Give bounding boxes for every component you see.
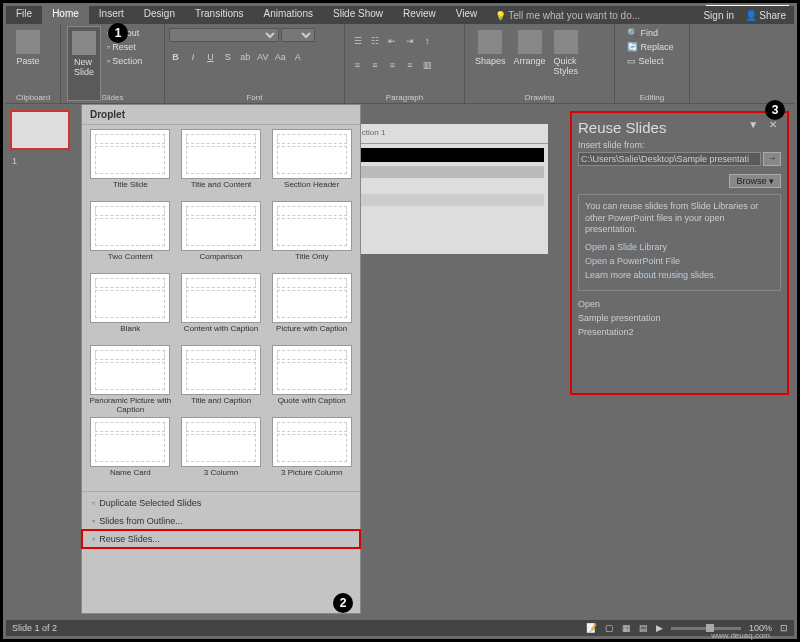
layout-thumb: [272, 201, 352, 251]
tab-review[interactable]: Review: [393, 6, 446, 24]
find-button[interactable]: 🔍 Find: [621, 26, 683, 40]
layout-name-card[interactable]: Name Card: [86, 417, 175, 487]
view-normal-button[interactable]: ▢: [605, 623, 614, 633]
tell-me-search[interactable]: Tell me what you want to do...: [495, 10, 640, 21]
slide-thumbnail-rail: 1: [6, 104, 78, 617]
browse-button[interactable]: Browse ▾: [729, 174, 781, 188]
layout-title-slide[interactable]: Title Slide: [86, 129, 175, 199]
layout-thumb: [272, 417, 352, 467]
layout-label: Blank: [86, 325, 175, 343]
align-left-button[interactable]: ≡: [351, 60, 364, 70]
view-sorter-button[interactable]: ▦: [622, 623, 631, 633]
spacing-button[interactable]: AV: [256, 52, 269, 62]
slide-thumbnail-1[interactable]: [10, 110, 74, 150]
indent-dec-button[interactable]: ⇤: [386, 36, 399, 46]
new-slide-button[interactable]: New Slide: [67, 26, 101, 101]
reuse-pane-title: Reuse Slides: [578, 119, 781, 136]
tab-home[interactable]: Home: [42, 6, 89, 24]
case-button[interactable]: Aa: [274, 52, 287, 62]
open-slide-library-link[interactable]: Open a Slide Library: [585, 242, 774, 252]
share-button[interactable]: Share: [745, 10, 786, 21]
reuse-slides-item[interactable]: Reuse Slides...: [82, 530, 360, 548]
layout-panoramic-picture-with-caption[interactable]: Panoramic Picture with Caption: [86, 345, 175, 415]
view-slideshow-button[interactable]: ▶: [656, 623, 663, 633]
paste-button[interactable]: Paste: [12, 26, 44, 70]
layout-title-and-caption[interactable]: Title and Caption: [177, 345, 266, 415]
ribbon-tabs: File Home Insert Design Transitions Anim…: [6, 6, 487, 24]
align-right-button[interactable]: ≡: [386, 60, 399, 70]
layout-3-picture-column[interactable]: 3 Picture Column: [267, 417, 356, 487]
reuse-item-open[interactable]: Open: [578, 297, 781, 311]
layout-label: Picture with Caption: [267, 325, 356, 343]
font-format-buttons: B I U S ab AV Aa A: [169, 46, 340, 64]
reuse-close-button[interactable]: [748, 119, 781, 130]
slide-canvas[interactable]: Section 1: [348, 124, 548, 254]
quickstyles-button[interactable]: Quick Styles: [550, 26, 583, 101]
slide-counter: Slide 1 of 2: [12, 623, 57, 633]
layout-3-column[interactable]: 3 Column: [177, 417, 266, 487]
slides-from-outline-item[interactable]: Slides from Outline...: [82, 512, 360, 530]
italic-button[interactable]: I: [186, 52, 199, 62]
layout-comparison[interactable]: Comparison: [177, 201, 266, 271]
callout-1: 1: [108, 23, 128, 43]
reuse-item-sample[interactable]: Sample presentation: [578, 311, 781, 325]
columns-button[interactable]: ▥: [421, 60, 434, 70]
layout-title-only[interactable]: Title Only: [267, 201, 356, 271]
font-size-select[interactable]: [281, 28, 315, 42]
indent-inc-button[interactable]: ⇥: [403, 36, 416, 46]
replace-button[interactable]: 🔄 Replace: [621, 40, 683, 54]
fontcolor-button[interactable]: A: [291, 52, 304, 62]
layout-title-and-content[interactable]: Title and Content: [177, 129, 266, 199]
signin-link[interactable]: Sign in: [703, 10, 734, 21]
layout-picture-with-caption[interactable]: Picture with Caption: [267, 273, 356, 343]
reuse-file-list: Open Sample presentation Presentation2: [578, 297, 781, 339]
numbering-button[interactable]: ☷: [368, 36, 381, 46]
fit-button[interactable]: ⊡: [780, 623, 788, 633]
layout-thumb: [181, 345, 261, 395]
linespace-button[interactable]: ↕: [421, 36, 434, 46]
duplicate-slides-item[interactable]: Duplicate Selected Slides: [82, 494, 360, 512]
tab-slideshow[interactable]: Slide Show: [323, 6, 393, 24]
layout-content-with-caption[interactable]: Content with Caption: [177, 273, 266, 343]
tab-transitions[interactable]: Transitions: [185, 6, 254, 24]
reuse-info-box: You can reuse slides from Slide Librarie…: [578, 194, 781, 291]
tab-design[interactable]: Design: [134, 6, 185, 24]
tab-view[interactable]: View: [446, 6, 488, 24]
reset-button[interactable]: Reset: [103, 40, 146, 54]
shadow-button[interactable]: ab: [239, 52, 252, 62]
arrange-button[interactable]: Arrange: [510, 26, 550, 101]
drawing-label: Drawing: [465, 93, 614, 102]
layout-quote-with-caption[interactable]: Quote with Caption: [267, 345, 356, 415]
justify-button[interactable]: ≡: [403, 60, 416, 70]
shapes-button[interactable]: Shapes: [471, 26, 510, 101]
tab-animations[interactable]: Animations: [254, 6, 323, 24]
layout-two-content[interactable]: Two Content: [86, 201, 175, 271]
strike-button[interactable]: S: [221, 52, 234, 62]
layout-blank[interactable]: Blank: [86, 273, 175, 343]
reuse-path-input[interactable]: [578, 152, 761, 166]
tab-file[interactable]: File: [6, 6, 42, 24]
reuse-go-button[interactable]: →: [763, 152, 781, 166]
tab-insert[interactable]: Insert: [89, 6, 134, 24]
font-family-select[interactable]: [169, 28, 279, 42]
watermark: www.deuaq.com: [711, 631, 770, 640]
section-button[interactable]: Section: [103, 54, 146, 68]
layout-label: Title and Caption: [177, 397, 266, 415]
reuse-slides-pane: Reuse Slides Insert slide from: → Browse…: [572, 113, 787, 393]
open-ppt-file-link[interactable]: Open a PowerPoint File: [585, 256, 774, 266]
view-reading-button[interactable]: ▤: [639, 623, 648, 633]
group-drawing: Shapes Arrange Quick Styles Drawing: [465, 24, 615, 103]
select-button[interactable]: ▭ Select: [621, 54, 683, 68]
layout-section-header[interactable]: Section Header: [267, 129, 356, 199]
underline-button[interactable]: U: [204, 52, 217, 62]
zoom-slider[interactable]: [671, 627, 741, 630]
layout-thumb: [181, 129, 261, 179]
group-editing: 🔍 Find 🔄 Replace ▭ Select Editing: [615, 24, 690, 103]
notes-button[interactable]: 📝: [586, 623, 597, 633]
layout-label: Name Card: [86, 469, 175, 487]
bold-button[interactable]: B: [169, 52, 182, 62]
reuse-item-pres2[interactable]: Presentation2: [578, 325, 781, 339]
align-center-button[interactable]: ≡: [368, 60, 381, 70]
bullets-button[interactable]: ☰: [351, 36, 364, 46]
learn-more-link[interactable]: Learn more about reusing slides.: [585, 270, 774, 280]
